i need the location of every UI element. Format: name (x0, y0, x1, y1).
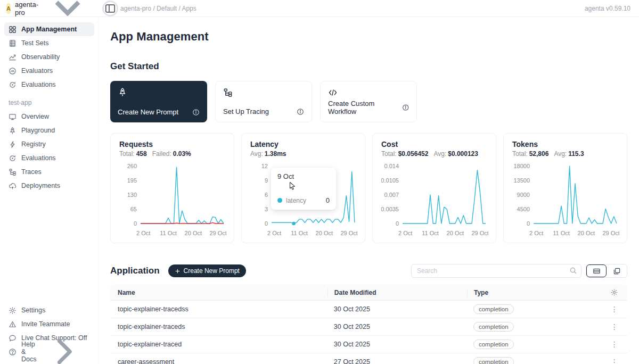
app-name-cell: topic-explainer-traceds (110, 323, 327, 330)
sidebar-footer-items: SettingsInvite TeammateLive Chat Support… (4, 303, 94, 359)
card-label: Set Up Tracing (223, 107, 269, 115)
create-custom-workflow-card[interactable]: Create Custom Workflow (320, 81, 417, 122)
mouse-cursor-icon (288, 181, 297, 191)
table-row[interactable]: career-assessment27 Oct 2025completion⋮ (110, 353, 627, 364)
kebab-menu-icon[interactable]: ⋮ (611, 305, 618, 313)
cloud-icon (9, 182, 17, 190)
rocket-icon (9, 127, 17, 135)
cost-chart-title: Cost (381, 140, 487, 148)
sidebar-item-help-docs[interactable]: Help & Docs (4, 345, 94, 359)
search-icon[interactable] (569, 267, 577, 275)
code-icon (328, 88, 338, 97)
sidebar-item-observability[interactable]: Observability (4, 50, 94, 64)
kebab-menu-icon[interactable]: ⋮ (611, 323, 618, 330)
table-view-button[interactable] (586, 264, 607, 277)
chat-icon (9, 334, 17, 342)
svg-text:2 Oct: 2 Oct (267, 230, 281, 236)
info-icon[interactable] (192, 109, 200, 116)
chart-cards-row: RequestsTotal:458Failed:0.03%06513019526… (110, 133, 627, 243)
create-new-prompt-card[interactable]: Create New Prompt (110, 81, 207, 122)
sidebar-item-evaluators[interactable]: Evaluators (4, 64, 94, 78)
requests-chart[interactable]: 0651301952602 Oct11 Oct20 Oct29 Oct (119, 161, 226, 241)
type-cell: completion (467, 357, 601, 364)
sidebar-item-traces[interactable]: Traces (4, 165, 94, 179)
chart-stats: Total:458Failed:0.03% (119, 150, 225, 158)
date-modified-cell: 30 Oct 2025 (327, 341, 467, 348)
sidebar-item-label: Observability (21, 53, 60, 61)
sidebar-toggle-button[interactable] (104, 3, 116, 14)
chart-stats: Avg:1.38ms (250, 150, 356, 158)
stat-value: 458 (136, 150, 147, 158)
workspace-selector[interactable]: A agenta-pro (0, 0, 99, 33)
sidebar-item-label: Evaluations (21, 81, 56, 88)
refresh-icon (9, 81, 17, 89)
tokens-chart-card: TokensTotal:52,806Avg:115.30450090001350… (503, 133, 627, 243)
sidebar-item-label: Invite Teammate (21, 320, 70, 328)
column-header-type[interactable]: Type (467, 288, 601, 297)
chevron-down-icon (43, 0, 93, 33)
stat-label: Avg: (554, 150, 567, 158)
sidebar-item-playground[interactable]: Playground (4, 123, 94, 137)
chart-stats: Total:52,806Avg:115.3 (512, 150, 618, 158)
cost-chart[interactable]: 00.00350.0070.01050.0142 Oct11 Oct20 Oct… (381, 161, 488, 241)
breadcrumb[interactable]: agenta-pro / Default / Apps (120, 5, 196, 12)
chart-stat: Avg:$0.000123 (433, 150, 478, 158)
card-view-button[interactable] (607, 264, 627, 277)
svg-text:0: 0 (527, 220, 530, 227)
plus-icon (175, 268, 181, 274)
sidebar-item-label: Evaluators (21, 67, 53, 75)
app-name-cell: topic-explainer-traced (110, 341, 327, 348)
table-row[interactable]: topic-explainer-tracedss30 Oct 2025compl… (110, 300, 627, 318)
actions-cell: ⋮ (601, 323, 627, 330)
sidebar-item-settings[interactable]: Settings (4, 303, 94, 317)
tokens-chart[interactable]: 04500900013500180002 Oct11 Oct20 Oct29 O… (512, 161, 619, 241)
stat-value: 1.38ms (265, 150, 286, 158)
stat-value: $0.000123 (448, 150, 478, 158)
chart-icon (9, 53, 17, 61)
kebab-menu-icon[interactable]: ⋮ (611, 341, 618, 348)
page-title: App Management (110, 30, 627, 44)
sidebar-item-label: Settings (21, 307, 45, 314)
svg-text:18000: 18000 (513, 163, 530, 169)
app-name-cell: topic-explainer-tracedss (110, 305, 327, 313)
sidebar-item-registry[interactable]: Registry (4, 137, 94, 151)
svg-text:0: 0 (396, 220, 399, 227)
triangle-icon (9, 320, 17, 328)
sidebar-toggle-ring (102, 1, 118, 16)
sidebar-item-evaluations[interactable]: Evaluations (4, 78, 94, 92)
sidebar-item-label: Registry (21, 140, 46, 148)
card-view-icon (613, 267, 621, 275)
sidebar-item-label: Deployments (21, 182, 60, 189)
create-new-prompt-button[interactable]: Create New Prompt (168, 264, 246, 277)
search-input[interactable] (411, 264, 581, 278)
sidebar-item-evaluations[interactable]: Evaluations (4, 151, 94, 165)
application-header: Application Create New Prompt (110, 264, 627, 278)
svg-text:2 Oct: 2 Oct (529, 230, 543, 236)
series-dot (277, 198, 282, 203)
tooltip-row: latency0 (277, 196, 330, 204)
svg-text:20 Oct: 20 Oct (316, 230, 333, 236)
table-settings-gear-icon[interactable] (610, 288, 618, 296)
card-label: Create Custom Workflow (328, 100, 402, 115)
stat-value: 0.03% (173, 150, 191, 158)
column-header-date-modified[interactable]: Date Modified (327, 288, 467, 297)
table-body: topic-explainer-tracedss30 Oct 2025compl… (110, 300, 627, 364)
info-icon[interactable] (402, 104, 409, 111)
sidebar-item-overview[interactable]: Overview (4, 110, 94, 123)
sidebar-item-label: Overview (21, 113, 49, 120)
topbar: A agenta-pro agenta-pro / Default / Apps… (0, 0, 639, 17)
sidebar-item-label: Playground (21, 127, 55, 134)
column-header-name[interactable]: Name (110, 289, 327, 296)
latency-chart-card: LatencyAvg:1.38ms0369122 Oct11 Oct20 Oct… (241, 133, 365, 243)
requests-chart-title: Requests (119, 140, 225, 148)
info-icon[interactable] (297, 108, 304, 115)
sidebar-item-deployments[interactable]: Deployments (4, 179, 94, 193)
latency-chart-title: Latency (250, 140, 356, 148)
sidebar-item-test-sets[interactable]: Test Sets (4, 36, 94, 50)
table-row[interactable]: topic-explainer-traced30 Oct 2025complet… (110, 335, 627, 353)
set-up-tracing-card[interactable]: Set Up Tracing (215, 81, 312, 122)
search-box (411, 264, 581, 278)
kebab-menu-icon[interactable]: ⋮ (611, 358, 618, 364)
type-badge: completion (473, 322, 514, 332)
table-row[interactable]: topic-explainer-traceds30 Oct 2025comple… (110, 318, 627, 335)
